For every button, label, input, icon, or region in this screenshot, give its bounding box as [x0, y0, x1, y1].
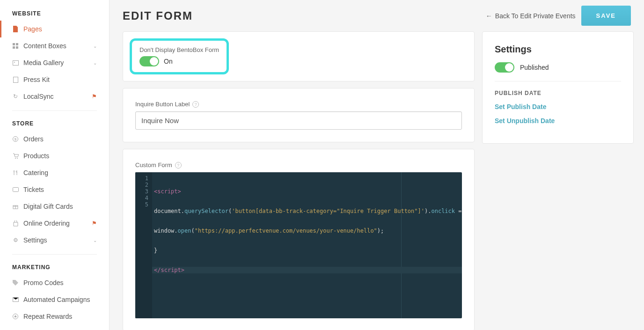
- save-button[interactable]: SAVE: [581, 6, 631, 26]
- sidebar-item-label: Repeat Rewards: [23, 313, 97, 320]
- doc-icon: [12, 76, 19, 83]
- sidebar-item-repeat-rewards[interactable]: Repeat Rewards: [0, 308, 109, 325]
- section-title-website: WEBSITE: [0, 7, 109, 21]
- sync-icon: ↻: [12, 93, 19, 100]
- sidebar: WEBSITE Pages Content Boxes ⌄ Media Gall…: [0, 0, 110, 330]
- svg-text:$: $: [15, 137, 17, 141]
- sidebar-item-catering[interactable]: Catering: [0, 164, 109, 181]
- help-icon[interactable]: ?: [175, 162, 182, 169]
- sidebar-item-press-kit[interactable]: Press Kit: [0, 71, 109, 88]
- svg-rect-3: [16, 46, 18, 49]
- inquire-input[interactable]: [135, 111, 462, 130]
- display-toggle-card: Don't Display BentoBox Form On: [123, 31, 475, 81]
- flag-icon: ⚑: [92, 220, 97, 227]
- set-unpublish-date-link[interactable]: Set Unpublish Date: [495, 117, 621, 125]
- page-title: EDIT FORM: [123, 9, 480, 22]
- svg-rect-6: [13, 77, 18, 82]
- sidebar-item-localsync[interactable]: ↻ LocalSync ⚑: [0, 88, 109, 105]
- arrow-left-icon: ←: [486, 12, 492, 20]
- dont-display-label: Don't Display BentoBox Form: [139, 46, 219, 53]
- section-title-marketing: MARKETING: [0, 260, 109, 274]
- image-icon: [12, 59, 19, 66]
- code-editor[interactable]: 12345 <script> document.querySelector('b…: [135, 172, 462, 318]
- back-link[interactable]: ← Back To Edit Private Events: [486, 12, 576, 20]
- sidebar-item-automated-campaigns[interactable]: Automated Campaigns: [0, 291, 109, 308]
- sidebar-item-gift-cards[interactable]: Digital Gift Cards: [0, 198, 109, 215]
- sidebar-item-label: Pages: [23, 25, 97, 33]
- chevron-down-icon: ⌄: [93, 60, 97, 66]
- sidebar-item-label: Media Gallery: [23, 59, 93, 66]
- ticket-icon: [12, 186, 19, 193]
- svg-rect-0: [13, 43, 15, 45]
- svg-rect-2: [13, 46, 15, 49]
- mail-icon: [12, 296, 19, 303]
- sidebar-item-label: LocalSync: [23, 93, 92, 100]
- star-icon: [12, 313, 19, 320]
- grid-icon: [12, 43, 19, 49]
- settings-title: Settings: [495, 44, 621, 55]
- sidebar-item-promo-codes[interactable]: Promo Codes: [0, 274, 109, 291]
- dont-display-toggle[interactable]: [139, 56, 159, 66]
- dollar-icon: $: [12, 136, 19, 142]
- set-publish-date-link[interactable]: Set Publish Date: [495, 103, 621, 110]
- chevron-down-icon: ⌄: [93, 44, 97, 49]
- svg-rect-4: [13, 60, 18, 65]
- sidebar-item-label: Tickets: [23, 186, 97, 193]
- sidebar-item-content-boxes[interactable]: Content Boxes ⌄: [0, 37, 109, 54]
- bag-icon: [12, 220, 19, 227]
- inquire-label: Inquire Button Label ?: [135, 101, 462, 108]
- divider: [12, 254, 97, 255]
- svg-rect-1: [16, 43, 18, 45]
- sidebar-item-label: Automated Campaigns: [23, 296, 97, 303]
- sidebar-item-label: Online Ordering: [23, 220, 92, 227]
- sidebar-item-online-ordering[interactable]: Online Ordering ⚑: [0, 215, 109, 232]
- code-content: <script> document.querySelector('button[…: [152, 175, 462, 286]
- inquire-card: Inquire Button Label ?: [123, 88, 475, 142]
- flag-icon: ⚑: [92, 93, 97, 100]
- publish-date-heading: PUBLISH DATE: [495, 90, 621, 96]
- sidebar-item-products[interactable]: Products: [0, 147, 109, 164]
- sidebar-item-store-settings[interactable]: ⚙ Settings ⌄: [0, 232, 109, 249]
- svg-rect-11: [13, 188, 18, 192]
- utensils-icon: [12, 169, 19, 176]
- gift-icon: [12, 203, 19, 210]
- settings-card: Settings Published PUBLISH DATE Set Publ…: [482, 31, 634, 144]
- sidebar-item-pages[interactable]: Pages: [0, 21, 109, 37]
- sidebar-item-label: Digital Gift Cards: [23, 203, 97, 210]
- section-title-store: STORE: [0, 117, 109, 131]
- svg-point-5: [14, 62, 15, 63]
- custom-form-card: Custom Form ? 12345 <script> document.qu…: [123, 149, 475, 330]
- sidebar-item-label: Content Boxes: [23, 42, 93, 50]
- file-icon: [12, 26, 19, 32]
- gear-icon: ⚙: [12, 237, 19, 243]
- sidebar-item-label: Press Kit: [23, 76, 97, 83]
- help-icon[interactable]: ?: [192, 101, 199, 108]
- sidebar-item-marketing-settings[interactable]: ⚙ Settings: [0, 325, 109, 330]
- back-link-label: Back To Edit Private Events: [495, 12, 576, 20]
- sidebar-item-label: Products: [23, 152, 97, 160]
- published-toggle[interactable]: [495, 62, 514, 73]
- top-bar: EDIT FORM ← Back To Edit Private Events …: [110, 0, 644, 31]
- sidebar-item-tickets[interactable]: Tickets: [0, 181, 109, 198]
- tag-icon: [12, 279, 19, 286]
- highlight-box: Don't Display BentoBox Form On: [130, 38, 229, 74]
- sidebar-item-label: Orders: [23, 135, 97, 143]
- divider: [12, 110, 97, 111]
- sidebar-item-label: Settings: [23, 236, 93, 244]
- custom-form-label: Custom Form ?: [135, 161, 462, 169]
- chevron-down-icon: ⌄: [93, 238, 97, 243]
- sidebar-item-label: Promo Codes: [23, 279, 97, 286]
- cart-icon: [12, 153, 19, 159]
- sidebar-item-orders[interactable]: $ Orders: [0, 131, 109, 147]
- published-label: Published: [520, 64, 549, 71]
- divider: [495, 81, 621, 81]
- line-gutter: 12345: [135, 172, 152, 318]
- svg-point-10: [17, 158, 18, 159]
- toggle-state: On: [164, 58, 173, 65]
- sidebar-item-label: Catering: [23, 169, 97, 176]
- sidebar-item-media-gallery[interactable]: Media Gallery ⌄: [0, 54, 109, 71]
- svg-point-9: [15, 158, 16, 159]
